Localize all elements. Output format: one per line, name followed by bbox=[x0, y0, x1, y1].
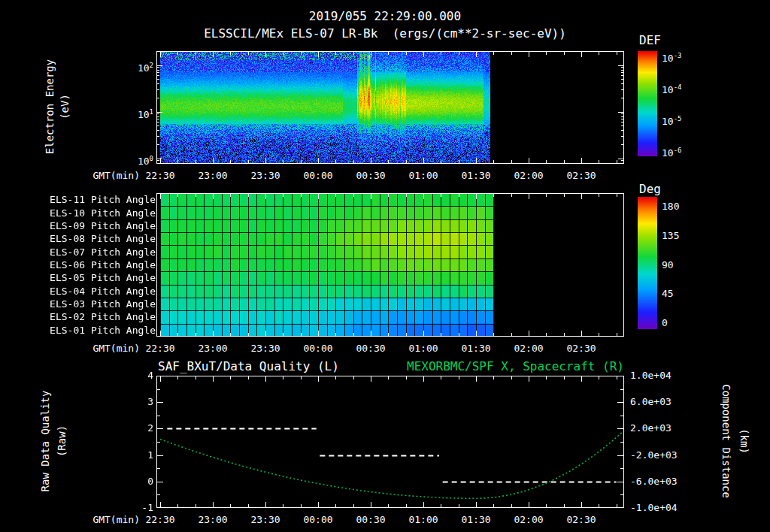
spectrogram-y-label: Electron Energy bbox=[44, 24, 56, 189]
x-tick-label: 01:00 bbox=[408, 343, 438, 355]
pitch-row-label: ELS-03 Pitch Angle bbox=[24, 298, 156, 310]
x-tick-label: 01:30 bbox=[461, 514, 490, 526]
timeseries-right-title: MEXORBMC/SPF X, Spacecraft (R) bbox=[323, 359, 624, 373]
def-colorbar-tick-label: 10-4 bbox=[662, 81, 682, 96]
pitch-row-label: ELS-02 Pitch Angle bbox=[24, 311, 156, 323]
x-tick-label: 00:30 bbox=[356, 343, 385, 355]
ts-right-tick-label: 6.0e+03 bbox=[630, 396, 671, 408]
spec-y-tick-label: 102 bbox=[113, 59, 153, 74]
ts-left-tick-label: 1 bbox=[113, 449, 153, 461]
x-tick-label: 01:30 bbox=[461, 170, 490, 182]
ts-left-tick-label: 2 bbox=[113, 422, 153, 434]
x-tick-label: 02:30 bbox=[566, 170, 596, 182]
timeseries-left-y-label: Raw Data Quality bbox=[39, 358, 51, 524]
deg-colorbar-tick-label: 45 bbox=[662, 288, 674, 300]
pitch-row-label: ELS-01 Pitch Angle bbox=[24, 325, 156, 337]
timeseries-left-y-units: (Raw) bbox=[56, 358, 68, 524]
x-tick-label: 02:00 bbox=[514, 170, 543, 182]
x-tick-label: 22:30 bbox=[145, 170, 174, 182]
x-tick-label: 00:00 bbox=[303, 343, 332, 355]
x-tick-label: 23:30 bbox=[250, 170, 280, 182]
timeseries-panel bbox=[156, 376, 624, 508]
plot-screen: 2019/055 22:29:00.000 ELSSCIL/MEx ELS-07… bbox=[0, 0, 770, 532]
deg-colorbar-gradient bbox=[638, 197, 657, 329]
x-tick-label: 01:00 bbox=[408, 170, 438, 182]
x-tick-label: 00:30 bbox=[356, 514, 385, 526]
ts-right-tick-label: -2.0e+03 bbox=[630, 449, 678, 461]
spectrogram-y-units: (eV) bbox=[59, 24, 71, 189]
def-colorbar-gradient bbox=[638, 51, 657, 156]
pitch-row-label: ELS-05 Pitch Angle bbox=[24, 272, 156, 284]
x-tick-label: 22:30 bbox=[145, 343, 174, 355]
timeseries-left-title: SAF_BXuT/Data Quality (L) bbox=[158, 359, 339, 373]
ts-right-tick-label: -1.0e+04 bbox=[630, 502, 678, 514]
def-colorbar-title: DEF bbox=[639, 33, 661, 47]
x-tick-label: 23:30 bbox=[250, 514, 280, 526]
timestamp: 2019/055 22:29:00.000 bbox=[0, 9, 770, 23]
deg-colorbar-title: Deg bbox=[639, 182, 661, 196]
ts-left-tick-label: 3 bbox=[113, 396, 153, 408]
pitch-angle-panel bbox=[156, 193, 624, 337]
x-tick-label: 02:00 bbox=[514, 514, 543, 526]
x-tick-label: 22:30 bbox=[145, 514, 174, 526]
spec-y-tick-label: 100 bbox=[113, 153, 153, 168]
pitch-row-label: ELS-11 Pitch Angle bbox=[24, 194, 156, 206]
ts-right-tick-label: 1.0e+04 bbox=[630, 370, 671, 382]
ts-left-tick-label: -1 bbox=[113, 502, 153, 514]
x-tick-label: 00:00 bbox=[303, 170, 332, 182]
x-tick-label: 02:30 bbox=[566, 514, 596, 526]
ts-left-tick-label: 4 bbox=[113, 370, 153, 382]
pitch-row-label: ELS-09 Pitch Angle bbox=[24, 220, 156, 232]
def-colorbar-tick-label: 10-5 bbox=[662, 113, 682, 128]
deg-colorbar-tick-label: 135 bbox=[662, 230, 679, 242]
spec-y-tick-label: 101 bbox=[113, 106, 153, 121]
x-tick-label: 02:30 bbox=[566, 343, 596, 355]
pitch-row-label: ELS-07 Pitch Angle bbox=[24, 246, 156, 258]
deg-colorbar-tick-label: 0 bbox=[662, 317, 668, 329]
x-tick-label: 01:30 bbox=[461, 343, 490, 355]
def-colorbar-tick-label: 10-3 bbox=[662, 50, 682, 65]
x-tick-label: 23:00 bbox=[198, 514, 227, 526]
gmt-label: GMT(min) bbox=[72, 343, 140, 355]
x-tick-label: 23:30 bbox=[250, 343, 280, 355]
x-tick-label: 23:00 bbox=[198, 170, 227, 182]
ts-left-tick-label: 0 bbox=[113, 476, 153, 488]
gmt-label: GMT(min) bbox=[72, 170, 140, 182]
ts-right-tick-label: 2.0e+03 bbox=[630, 422, 671, 434]
pitch-row-label: ELS-10 Pitch Angle bbox=[24, 207, 156, 219]
timeseries-right-y-units: (km) bbox=[738, 358, 750, 524]
deg-colorbar-tick-label: 90 bbox=[662, 259, 674, 271]
x-tick-label: 00:30 bbox=[356, 170, 385, 182]
deg-colorbar-tick-label: 180 bbox=[662, 201, 679, 213]
gmt-label: GMT(min) bbox=[72, 514, 140, 526]
def-colorbar-tick-label: 10-6 bbox=[662, 144, 682, 159]
timeseries-right-y-label: Component Distance bbox=[720, 358, 732, 524]
pitch-row-label: ELS-08 Pitch Angle bbox=[24, 233, 156, 245]
ts-right-tick-label: -6.0e+03 bbox=[630, 476, 678, 488]
pitch-row-label: ELS-04 Pitch Angle bbox=[24, 286, 156, 298]
x-tick-label: 01:00 bbox=[408, 514, 438, 526]
x-tick-label: 23:00 bbox=[198, 343, 227, 355]
electron-energy-spectrogram bbox=[156, 51, 624, 164]
x-tick-label: 00:00 bbox=[303, 514, 332, 526]
pitch-row-label: ELS-06 Pitch Angle bbox=[24, 259, 156, 271]
x-tick-label: 02:00 bbox=[514, 343, 543, 355]
